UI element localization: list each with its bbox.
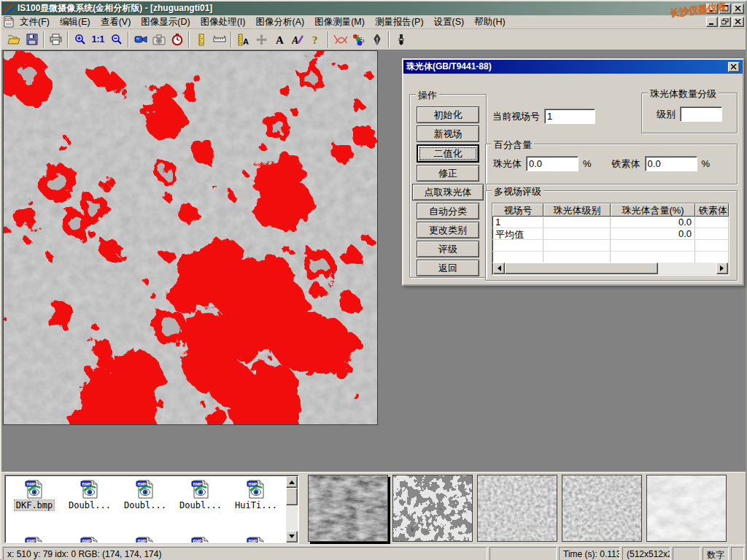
menu-image-analysis[interactable]: 图像分析(A) [250,15,309,29]
thumbnail-2[interactable] [392,475,473,542]
menu-bar: DOC 文件(F) 编辑(E) 查看(V) 图像显示(D) 图像处理(I) 图像… [1,15,746,29]
file-label[interactable]: Doubl... [123,500,168,510]
move-cross-icon[interactable] [252,31,271,49]
menu-image-process[interactable]: 图像处理(I) [196,15,251,29]
thumbnail-5[interactable] [646,475,727,542]
close-button[interactable] [732,4,744,14]
file-item[interactable]: BMP Doubl... [120,479,170,510]
video-capture-icon[interactable] [131,31,150,49]
maximize-button[interactable] [719,4,731,14]
timer-icon[interactable] [168,31,186,49]
menu-help[interactable]: 帮助(H) [469,15,510,29]
pearlite-percent-input[interactable] [526,156,578,171]
application-window: IS100显微摄像系统(金相分析版) - [zhuguangti01] 长沙仪器… [0,0,747,560]
camera-capture-icon[interactable] [150,31,168,49]
correct-button[interactable]: 修正 [417,165,479,182]
svg-text:BMP: BMP [193,482,203,486]
current-field-input[interactable] [544,109,595,124]
file-item-clipped[interactable]: BMP [120,536,170,543]
mdi-restore-button[interactable] [719,17,731,27]
file-item-clipped[interactable]: BMP [176,536,225,543]
minimize-button[interactable] [706,4,718,14]
cell: 平均值 [492,228,543,240]
menu-edit[interactable]: 编辑(E) [55,15,96,29]
scroll-thumb[interactable] [505,262,658,274]
change-class-button[interactable]: 更改类别 [417,222,479,238]
file-item-clipped[interactable]: BMP [9,536,59,543]
bmp-file-icon: BMP [247,479,266,499]
mdi-minimize-button[interactable] [706,17,718,27]
file-list-v-scrollbar[interactable] [286,476,298,542]
ruler-horizontal-icon[interactable] [210,31,228,49]
scroll-down-icon[interactable] [286,531,298,542]
thumbnail-4[interactable] [562,475,642,542]
metallograph-image[interactable] [3,50,378,425]
file-item[interactable]: BMP DKF.bmp [9,479,59,510]
zoom-out-icon[interactable] [107,31,125,49]
file-item-clipped[interactable]: BMP [65,536,115,543]
text-annotate-icon[interactable]: A [271,31,289,49]
return-button[interactable]: 返回 [417,260,479,276]
scroll-up-icon[interactable] [286,476,298,488]
document-icon[interactable]: DOC [3,16,15,28]
curve-trace-icon[interactable] [331,31,349,49]
percent-group: 百分含量 珠光体 % 铁素体 % [485,144,738,184]
file-label[interactable]: Doubl... [67,500,112,510]
file-item[interactable]: BMP HuiTi... [231,479,281,510]
rating-table[interactable]: 视场号 珠光体级别 珠光体含量(%) 铁素体含量(%) 1 0.0 平均值 [492,203,729,276]
rate-button[interactable]: 评级 [417,241,479,257]
print-icon[interactable] [47,31,65,49]
ferrite-percent-input[interactable] [645,156,697,171]
scroll-left-icon[interactable] [493,262,505,274]
file-label[interactable]: Doubl... [178,500,223,510]
menu-image-measure[interactable]: 图像测量(M) [309,15,370,29]
table-row[interactable]: 平均值 0.0 [492,228,729,240]
init-button[interactable]: 初始化 [417,106,479,123]
cell [543,228,611,240]
scroll-thumb[interactable] [286,488,298,505]
binarize-button[interactable]: 二值化 [417,144,479,163]
brush-icon[interactable] [392,31,410,49]
thumbnail-3[interactable] [477,475,557,542]
table-h-scrollbar[interactable] [493,262,728,274]
file-label[interactable]: HuiTi... [233,500,279,510]
pen-icon[interactable] [368,31,386,49]
status-coords: x: 510 y: 79 idx: 0 RGB: (174, 174, 174) [3,547,487,560]
grade-level-input[interactable] [680,106,722,122]
mdi-close-button[interactable] [732,17,744,27]
table-row[interactable]: 1 0.0 [492,217,729,228]
auto-classify-button[interactable]: 自动分类 [417,203,479,219]
dialog-title-bar[interactable]: 珠光体(GB/T9441-88) [403,60,743,74]
pick-pearlite-button[interactable]: 点取珠光体 [412,184,484,201]
scroll-right-icon[interactable] [716,262,728,274]
actual-size-button[interactable]: 1:1 [89,31,107,49]
open-file-icon[interactable] [4,31,23,49]
new-field-button[interactable]: 新视场 [417,125,479,142]
text-edit-icon[interactable]: A [289,31,307,49]
save-icon[interactable] [23,31,41,49]
file-item[interactable]: BMP Doubl... [65,479,115,510]
dialog-close-icon[interactable] [728,62,740,72]
menu-view[interactable]: 查看(V) [96,15,136,29]
bottom-panel: BMP DKF.bmp BMP Doubl... BMP Doubl... [1,472,746,545]
dialog-title: 珠光体(GB/T9441-88) [406,61,492,73]
file-item-clipped[interactable]: BMP [231,536,281,543]
zoom-in-icon[interactable] [71,31,89,49]
help-icon[interactable]: ? [307,31,325,49]
file-list[interactable]: BMP DKF.bmp BMP Doubl... BMP Doubl... [4,475,299,543]
ruler-vertical-icon[interactable] [192,31,210,49]
file-label[interactable]: DKF.bmp [15,500,55,510]
calibration-ruler-icon[interactable]: A [234,31,252,49]
file-item[interactable]: BMP Doubl... [176,479,225,510]
toolbar-separator [43,31,44,47]
col-pearlite-level: 珠光体级别 [543,203,611,217]
menu-file[interactable]: 文件(F) [15,15,55,29]
menu-measure-report[interactable]: 测量报告(P) [370,15,429,29]
status-spacer [489,547,557,560]
menu-settings[interactable]: 设置(S) [429,15,470,29]
menu-image-display[interactable]: 图像显示(D) [136,15,195,29]
thumbnail-1[interactable] [308,475,388,542]
toolbar-separator [388,31,390,47]
phase-points-icon[interactable]: 123 [349,31,368,49]
ferrite-unit: % [702,158,711,169]
